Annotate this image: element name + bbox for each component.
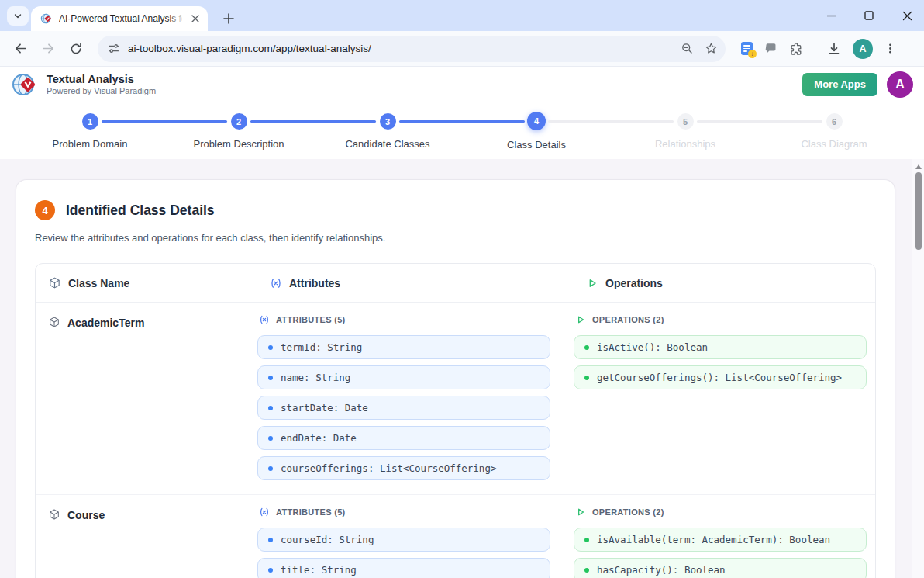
column-header-label: Class Name [68,277,129,289]
step-label: Problem Description [193,138,284,150]
column-header-label: Operations [605,277,663,289]
stepper-step-6[interactable]: 6Class Diagram [760,112,908,159]
more-apps-button[interactable]: More Apps [802,73,877,96]
operations-cell: OPERATIONS (2)isAvailable(term: Academic… [574,507,875,578]
attribute-pill[interactable]: title: String [257,558,550,578]
attribute-text: title: String [281,564,357,576]
tab-close-button[interactable] [188,12,202,26]
visual-paradigm-logo-icon [11,71,39,99]
operation-pill[interactable]: isActive(): Boolean [574,335,867,359]
browser-toolbar: ai-toolbox.visual-paradigm.com/app/textu… [0,31,924,67]
tab-search-button[interactable] [7,6,29,26]
address-bar[interactable]: ai-toolbox.visual-paradigm.com/app/textu… [98,36,726,62]
app-header: Textual Analysis Powered by Visual Parad… [0,67,924,102]
class-details-table: Class Name Attributes Operations Academi… [35,263,876,578]
forward-button[interactable] [36,36,60,61]
scrollbar-up-arrow-icon[interactable] [915,164,922,169]
attribute-pill[interactable]: courseOfferings: List<CourseOffering> [257,456,550,480]
step-circle: 3 [380,113,396,130]
step-label: Problem Domain [53,138,128,150]
operation-pill[interactable]: isAvailable(term: AcademicTerm): Boolean [574,528,867,552]
operation-pill[interactable]: hasCapacity(): Boolean [574,558,867,578]
step-label: Class Details [507,139,566,151]
cube-icon [48,508,60,521]
chevron-down-icon [12,11,23,22]
browser-menu-icon[interactable] [884,43,896,54]
attribute-text: courseOfferings: List<CourseOffering> [281,462,496,474]
window-maximize-button[interactable] [863,9,875,22]
bookmark-star-icon[interactable] [705,42,718,55]
window-controls [825,0,913,31]
extensions-puzzle-icon[interactable] [789,42,803,56]
cube-icon [48,276,61,289]
scrollbar-thumb[interactable] [915,172,922,250]
attributes-pill-list: termId: Stringname: StringstartDate: Dat… [257,335,574,480]
browser-tab[interactable]: AI-Powered Textual Analysis for [31,6,208,31]
visual-paradigm-link[interactable]: Visual Paradigm [94,86,156,95]
attributes-icon [259,507,270,517]
window-close-button[interactable] [901,9,913,22]
attribute-text: courseId: String [281,534,374,545]
page-scrollbar[interactable] [912,159,924,578]
attribute-pill[interactable]: name: String [257,365,550,389]
class-details-card: 4 Identified Class Details Review the at… [16,179,895,578]
comment-extension-icon[interactable] [764,42,777,55]
browser-titlebar: AI-Powered Textual Analysis for [0,0,924,31]
section-label-text: OPERATIONS (2) [592,507,664,517]
docs-extension-icon[interactable]: ↓ [741,42,753,55]
user-avatar[interactable]: A [887,71,913,98]
reload-button[interactable] [64,36,88,61]
column-header-attributes: Attributes [257,277,574,289]
class-name-cell: Course [36,507,257,578]
step-circle: 4 [527,112,546,130]
bullet-dot-icon [268,568,273,573]
bullet-dot-icon [268,376,273,380]
toolbar-extensions-area: ↓ A [733,39,899,59]
zoom-icon[interactable] [681,42,694,55]
downloads-icon[interactable] [827,42,841,56]
window-minimize-button[interactable] [825,9,837,22]
app-title-block: Textual Analysis Powered by Visual Parad… [47,73,156,95]
stepper-step-4[interactable]: 4Class Details [462,112,611,159]
operation-text: getCourseOfferings(): List<CourseOfferin… [597,372,842,383]
class-name: Course [67,509,105,521]
section-label-text: OPERATIONS (2) [592,315,664,324]
attribute-pill[interactable]: endDate: Date [257,426,550,450]
step-label: Relationships [655,138,715,150]
table-header-row: Class Name Attributes Operations [36,264,875,303]
operations-pill-list: isAvailable(term: AcademicTerm): Boolean… [574,528,875,578]
attribute-pill[interactable]: courseId: String [257,528,550,552]
stepper-step-5[interactable]: 5Relationships [611,112,760,159]
attribute-pill[interactable]: termId: String [257,335,550,359]
operation-text: isActive(): Boolean [597,341,708,353]
step-circle: 2 [231,113,247,130]
url-text[interactable]: ai-toolbox.visual-paradigm.com/app/textu… [128,43,673,54]
attributes-section-label: ATTRIBUTES (5) [257,314,574,325]
bullet-dot-icon [268,538,273,542]
operation-pill[interactable]: getCourseOfferings(): List<CourseOfferin… [574,365,867,389]
stepper-step-2[interactable]: 2Problem Description [164,112,313,159]
operations-cell: OPERATIONS (2)isActive(): BooleangetCour… [574,314,875,480]
attributes-cell: ATTRIBUTES (5)termId: Stringname: String… [257,314,574,480]
back-button[interactable] [8,36,33,61]
reload-icon [69,42,83,56]
site-info-icon[interactable] [107,42,120,55]
attributes-icon [259,314,270,325]
stepper-step-1[interactable]: 1Problem Domain [16,112,164,159]
step-circle: 5 [677,113,694,130]
browser-profile-avatar[interactable]: A [853,39,873,59]
step-number-badge: 4 [35,200,55,220]
cube-icon [48,316,60,328]
app-header-right: More Apps A [802,71,913,98]
new-tab-button[interactable] [219,9,239,29]
close-icon [902,11,912,21]
operations-section-label: OPERATIONS (2) [574,314,875,325]
bullet-dot-icon [584,538,589,542]
class-row-Course: CourseATTRIBUTES (5)courseId: Stringtitl… [36,494,875,578]
site-favicon-icon [40,12,53,25]
powered-by-prefix: Powered by [47,86,94,95]
column-header-class-name: Class Name [36,276,257,289]
step-label: Class Diagram [801,138,867,150]
stepper-step-3[interactable]: 3Candidate Classes [313,112,462,159]
attribute-pill[interactable]: startDate: Date [257,396,550,420]
